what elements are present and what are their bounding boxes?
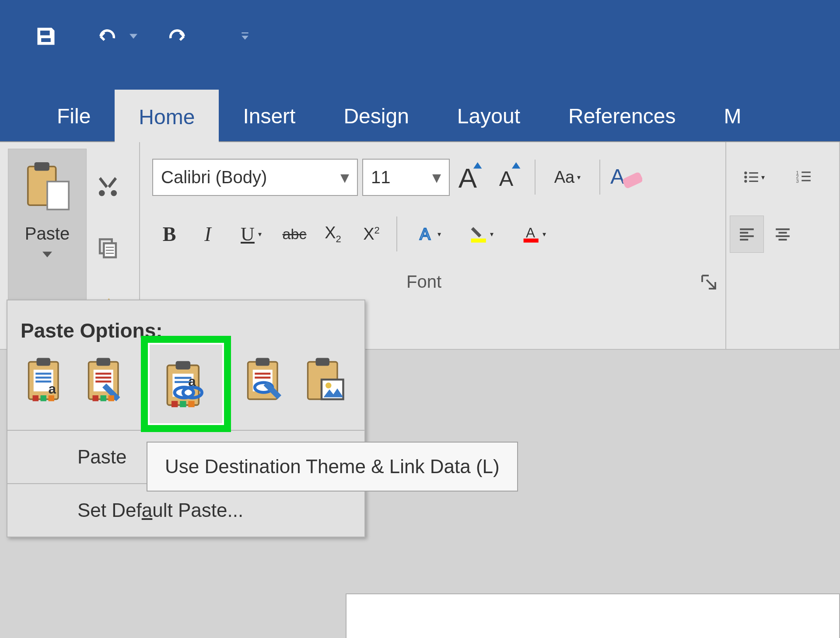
paste-keep-source-formatting[interactable]: a — [21, 351, 72, 408]
shrink-font-button[interactable]: A — [493, 159, 527, 196]
tab-design[interactable]: Design — [319, 89, 433, 141]
save-icon — [35, 25, 57, 48]
svg-rect-28 — [802, 180, 811, 181]
svg-rect-38 — [36, 358, 50, 366]
strikethrough-button[interactable]: abc — [277, 216, 312, 253]
svg-text:a: a — [48, 381, 56, 397]
svg-rect-45 — [40, 395, 46, 401]
clipboard-link-dest-icon: a — [161, 359, 211, 409]
change-case-icon: Aa — [554, 168, 574, 187]
paste-link-keep-source[interactable] — [240, 351, 291, 408]
svg-rect-3 — [47, 181, 69, 209]
customize-qat-button[interactable] — [236, 32, 254, 40]
font-group-label: Font — [148, 272, 700, 292]
clipboard-keep-source-icon: a — [23, 356, 70, 403]
align-center-icon — [774, 226, 791, 242]
font-color-icon: A — [522, 225, 541, 243]
subscript-button[interactable]: X2 — [316, 216, 350, 253]
paste-picture[interactable] — [300, 351, 351, 408]
font-name-value: Calibri (Body) — [161, 167, 267, 187]
text-effects-icon: A — [417, 225, 436, 243]
tab-references[interactable]: References — [544, 89, 700, 141]
svg-rect-68 — [256, 358, 270, 366]
bold-button[interactable]: B — [152, 216, 186, 253]
chevron-down-icon: ▾ — [340, 167, 349, 187]
dialog-launcher-icon — [700, 273, 718, 291]
tab-file[interactable]: File — [33, 89, 115, 141]
numbering-icon: 123 — [795, 169, 812, 185]
svg-rect-29 — [740, 228, 754, 230]
svg-rect-32 — [740, 239, 748, 241]
clipboard-link-source-icon — [242, 356, 289, 403]
font-size-combo[interactable]: 11 ▾ — [362, 159, 450, 196]
svg-rect-65 — [180, 401, 186, 407]
paste-icon — [21, 160, 73, 212]
svg-rect-2 — [35, 162, 49, 171]
save-button[interactable] — [26, 17, 66, 56]
svg-rect-64 — [171, 401, 177, 407]
font-name-combo[interactable]: Calibri (Body) ▾ — [152, 159, 358, 196]
undo-icon — [96, 25, 119, 48]
grow-font-button[interactable]: A — [454, 159, 488, 196]
clipboard-picture-icon — [302, 356, 349, 403]
font-color-button[interactable]: A ▾ — [510, 216, 558, 253]
scissors-icon — [96, 174, 120, 198]
tab-more[interactable]: M — [700, 89, 765, 141]
svg-rect-46 — [48, 395, 54, 401]
svg-point-21 — [744, 180, 747, 182]
align-center-button[interactable] — [766, 216, 800, 253]
redo-icon — [166, 25, 189, 48]
svg-rect-66 — [188, 401, 194, 407]
ribbon-tab-bar: File Home Insert Design Layout Reference… — [0, 72, 840, 142]
italic-icon: I — [204, 223, 211, 246]
svg-rect-74 — [316, 358, 330, 366]
undo-button[interactable] — [88, 17, 127, 56]
svg-rect-34 — [779, 232, 787, 234]
page[interactable] — [346, 593, 840, 638]
chevron-down-icon: ▾ — [432, 167, 441, 187]
clear-formatting-button[interactable]: A — [608, 159, 642, 196]
align-left-button[interactable] — [730, 216, 764, 253]
svg-text:A: A — [420, 225, 430, 243]
undo-dropdown[interactable] — [127, 32, 140, 40]
text-effects-button[interactable]: A ▾ — [405, 216, 453, 253]
copy-icon — [96, 235, 120, 259]
svg-rect-12 — [622, 171, 642, 189]
tab-insert[interactable]: Insert — [219, 89, 319, 141]
svg-rect-16 — [524, 239, 539, 243]
clipboard-dest-styles-icon — [83, 356, 130, 403]
svg-rect-31 — [740, 235, 754, 237]
paste-use-destination-styles[interactable] — [80, 351, 132, 408]
change-case-button[interactable]: Aa ▾ — [543, 159, 592, 196]
separator — [535, 160, 536, 195]
tab-home[interactable]: Home — [115, 90, 219, 142]
superscript-button[interactable]: X2 — [354, 216, 388, 253]
svg-rect-24 — [802, 171, 811, 173]
svg-rect-55 — [108, 395, 115, 401]
italic-button[interactable]: I — [191, 216, 225, 253]
underline-icon: U — [241, 223, 255, 245]
svg-rect-30 — [740, 232, 748, 234]
svg-rect-44 — [32, 395, 38, 401]
separator — [599, 160, 600, 195]
copy-button[interactable] — [90, 227, 125, 268]
svg-text:A: A — [610, 164, 625, 188]
align-left-icon — [738, 226, 755, 242]
svg-rect-48 — [97, 358, 111, 366]
tab-layout[interactable]: Layout — [433, 89, 544, 141]
grow-font-icon: A — [454, 160, 488, 194]
numbering-button[interactable]: 123 — [780, 159, 828, 196]
svg-rect-53 — [93, 395, 99, 401]
paste-link-destination-theme[interactable]: a — [141, 336, 231, 432]
redo-button[interactable] — [158, 17, 197, 56]
underline-button[interactable]: U▾ — [229, 216, 273, 253]
set-default-paste-menuitem[interactable]: Set Default Paste... — [7, 484, 364, 537]
svg-rect-26 — [802, 176, 811, 177]
paste-options-popup: Paste Options: a — [7, 300, 365, 537]
bullets-button[interactable]: ▾ — [730, 159, 778, 196]
cut-button[interactable] — [90, 165, 125, 207]
svg-text:3: 3 — [796, 178, 799, 184]
svg-rect-20 — [749, 176, 758, 178]
font-dialog-launcher[interactable] — [700, 273, 718, 291]
highlight-button[interactable]: ▾ — [458, 216, 506, 253]
